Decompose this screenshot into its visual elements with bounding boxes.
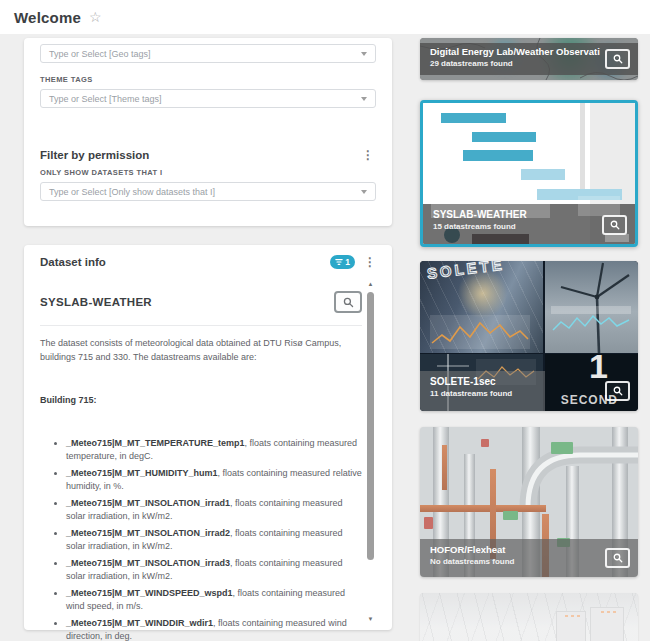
list-item: _Meteo715|M_MT_INSOLATION_irrad1, floats…	[66, 497, 362, 523]
card-datastream-count: 29 datastreams found	[430, 59, 628, 68]
magnifier-button[interactable]	[605, 49, 630, 69]
active-filter-badge[interactable]: 1	[330, 255, 355, 269]
chevron-down-icon	[361, 190, 367, 194]
wind-turbine-image	[545, 261, 638, 353]
permission-placeholder: Type or Select [Only show datasets that …	[49, 187, 215, 197]
datastream-name: _Meteo715|M_MT_INSOLATION_irrad2	[66, 528, 230, 538]
list-item: _Meteo715|M_MT_HUMIDITY_hum1, floats con…	[66, 467, 362, 493]
filter-panel: Type or Select [Geo tags] THEME TAGS Typ…	[24, 38, 392, 226]
dataset-card-hofor-flexheat[interactable]: HOFOR/Flexheat No datastreams found	[420, 427, 638, 577]
magnifier-icon	[612, 552, 624, 564]
page-title: Welcome	[14, 9, 81, 26]
geo-tags-select[interactable]: Type or Select [Geo tags]	[40, 44, 376, 63]
list-item: _Meteo715|M_MT_WINDDIR_wdir1, floats con…	[66, 617, 362, 641]
list-item: _Meteo715|M_MT_TEMPERATURE_temp1, floats…	[66, 437, 362, 463]
dataset-card-partial[interactable]	[420, 593, 638, 641]
datastream-name: _Meteo715|M_MT_INSOLATION_irrad3	[66, 558, 230, 568]
card-title: SYSLAB-WEATHER	[433, 209, 625, 220]
card-datastream-count: No datastreams found	[430, 557, 628, 566]
page-header: Welcome ☆	[0, 0, 650, 34]
filter-count: 1	[345, 257, 350, 267]
card-title: Digital Energy Lab/Weather Observati...	[430, 46, 600, 57]
card-title: SOLETE-1sec	[430, 376, 535, 387]
app-window: Welcome ☆ Type or Select [Geo tags] THEM…	[0, 0, 650, 641]
magnifier-icon	[612, 53, 624, 65]
magnifier-button[interactable]	[605, 548, 630, 568]
geo-tags-placeholder: Type or Select [Geo tags]	[49, 49, 151, 59]
dataset-description: The dataset consists of meteorological d…	[40, 336, 362, 365]
magnifier-button[interactable]	[605, 381, 630, 401]
magnifier-button[interactable]	[602, 215, 627, 235]
scroll-up-arrow-icon[interactable]: ▲	[366, 281, 375, 287]
scrollbar[interactable]: ▲ ▼	[366, 281, 375, 622]
datastream-name: _Meteo715|M_MT_INSOLATION_irrad1	[66, 498, 230, 508]
chevron-down-icon	[361, 97, 367, 101]
card-title: HOFOR/Flexheat	[430, 544, 628, 555]
filter-icon	[335, 258, 343, 266]
theme-tags-select[interactable]: Type or Select [Theme tags]	[40, 89, 376, 108]
datastream-name: _Meteo715|M_MT_WINDDIR_wdir1	[66, 618, 213, 628]
scrollbar-thumb[interactable]	[367, 292, 374, 560]
card-datastream-count: 11 datastreams found	[430, 389, 535, 398]
dataset-name: SYSLAB-WEATHER	[40, 296, 152, 308]
magnifier-icon	[342, 296, 355, 309]
card-datastream-count: 15 datastreams found	[433, 222, 625, 231]
magnifier-icon	[612, 385, 624, 397]
magnifier-button[interactable]	[334, 291, 362, 313]
magnifier-icon	[609, 219, 621, 231]
solar-panel-image: SOLETE	[420, 261, 543, 353]
chevron-down-icon	[361, 52, 367, 56]
list-item: _Meteo715|M_MT_WINDSPEED_wspd1, floats c…	[66, 587, 362, 613]
dataset-info-panel: Dataset info 1 ⋮ SYSLAB-WEATHER The data…	[24, 245, 392, 630]
kebab-menu-icon[interactable]: ⋮	[360, 149, 376, 161]
favorite-star-icon[interactable]: ☆	[89, 10, 102, 24]
permission-label: ONLY SHOW DATASETS THAT I	[40, 168, 376, 177]
datastream-name: _Meteo715|M_MT_TEMPERATURE_temp1	[66, 438, 244, 448]
dataset-card-syslab-weather-selected[interactable]: SYSLAB-WEATHER 15 datastreams found	[420, 100, 638, 247]
theme-tags-placeholder: Type or Select [Theme tags]	[49, 94, 162, 104]
datastream-list: _Meteo715|M_MT_TEMPERATURE_temp1, floats…	[40, 437, 362, 641]
dataset-description-area: SYSLAB-WEATHER The dataset consists of m…	[40, 285, 362, 641]
kebab-menu-icon[interactable]: ⋮	[362, 256, 378, 268]
scroll-down-arrow-icon[interactable]: ▼	[366, 616, 375, 622]
divider	[40, 325, 362, 326]
datastream-name: _Meteo715|M_MT_HUMIDITY_hum1	[66, 468, 218, 478]
list-item: _Meteo715|M_MT_INSOLATION_irrad2, floats…	[66, 527, 362, 553]
datastream-name: _Meteo715|M_MT_WINDSPEED_wspd1	[66, 588, 233, 598]
list-item: _Meteo715|M_MT_INSOLATION_irrad3, floats…	[66, 557, 362, 583]
permission-select[interactable]: Type or Select [Only show datasets that …	[40, 182, 376, 201]
theme-tags-label: THEME TAGS	[40, 75, 376, 84]
building-heading: Building 715:	[40, 395, 362, 405]
dataset-card-digital-energy-lab[interactable]: Digital Energy Lab/Weather Observati... …	[420, 38, 638, 80]
filter-by-permission-title: Filter by permission	[40, 149, 149, 161]
card-caption-overlay: SOLETE-1sec 11 datastreams found	[420, 371, 545, 411]
dataset-card-solete[interactable]: SOLETE 1 SECOND SOLETE-1sec 11 datastrea…	[420, 261, 638, 411]
dataset-info-title: Dataset info	[40, 256, 106, 268]
